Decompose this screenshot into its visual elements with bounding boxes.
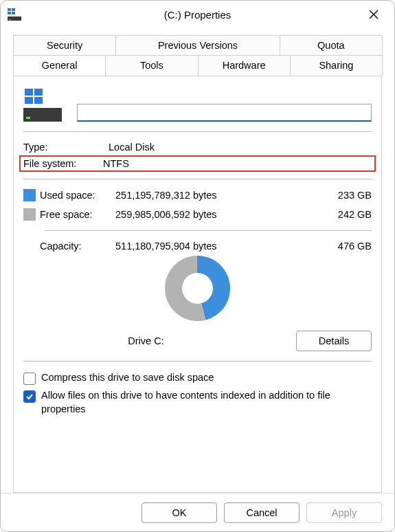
free-bytes: 259,985,006,592 bytes xyxy=(115,209,317,220)
close-button[interactable] xyxy=(360,1,387,28)
capacity-bytes: 511,180,795,904 bytes xyxy=(115,241,317,252)
cancel-button[interactable]: Cancel xyxy=(224,502,300,523)
close-icon xyxy=(369,10,379,19)
index-label: Allow files on this drive to have conten… xyxy=(41,389,372,416)
ok-button[interactable]: OK xyxy=(142,502,217,523)
free-gb: 242 GB xyxy=(317,209,372,220)
drive-large-icon xyxy=(23,85,65,122)
tab-strip: Security Previous Versions Quota General… xyxy=(13,35,382,76)
tab-tools[interactable]: Tools xyxy=(105,55,198,76)
tab-general[interactable]: General xyxy=(13,55,106,76)
filesystem-label: File system: xyxy=(23,158,103,169)
volume-label-input[interactable] xyxy=(77,104,372,122)
dialog-footer: OK Cancel Apply xyxy=(1,493,394,531)
divider xyxy=(23,131,372,132)
drive-icon xyxy=(8,6,24,23)
type-label: Type: xyxy=(23,142,106,153)
compress-label: Compress this drive to save disk space xyxy=(41,371,214,385)
tab-previous-versions[interactable]: Previous Versions xyxy=(115,35,280,55)
check-icon xyxy=(25,392,34,401)
general-panel: Type: Local Disk File system: NTFS Used … xyxy=(13,76,382,493)
used-label: Used space: xyxy=(40,190,115,201)
divider xyxy=(44,230,372,231)
capacity-gb: 476 GB xyxy=(317,241,372,252)
filesystem-highlight: File system: NTFS xyxy=(19,155,376,172)
title-bar: (C:) Properties xyxy=(1,1,394,28)
compress-checkbox[interactable] xyxy=(23,373,36,385)
capacity-label: Capacity: xyxy=(40,241,115,252)
filesystem-value: NTFS xyxy=(103,158,372,169)
divider xyxy=(23,179,372,179)
divider xyxy=(23,361,372,362)
free-label: Free space: xyxy=(40,209,115,220)
used-swatch-icon xyxy=(23,189,36,201)
usage-pie-chart xyxy=(165,256,230,321)
used-bytes: 251,195,789,312 bytes xyxy=(115,190,317,201)
index-checkbox[interactable] xyxy=(23,390,36,403)
window-title: (C:) Properties xyxy=(1,9,394,21)
properties-window: (C:) Properties Security Previous Versio… xyxy=(0,0,395,532)
type-value: Local Disk xyxy=(109,142,372,153)
free-swatch-icon xyxy=(23,208,36,221)
tab-hardware[interactable]: Hardware xyxy=(198,55,291,76)
details-button[interactable]: Details xyxy=(296,331,372,351)
tab-security[interactable]: Security xyxy=(13,35,116,55)
used-gb: 233 GB xyxy=(317,190,372,201)
apply-button[interactable]: Apply xyxy=(306,502,382,523)
tab-quota[interactable]: Quota xyxy=(280,35,383,55)
tab-sharing[interactable]: Sharing xyxy=(290,55,383,76)
drive-label: Drive C: xyxy=(23,335,269,346)
